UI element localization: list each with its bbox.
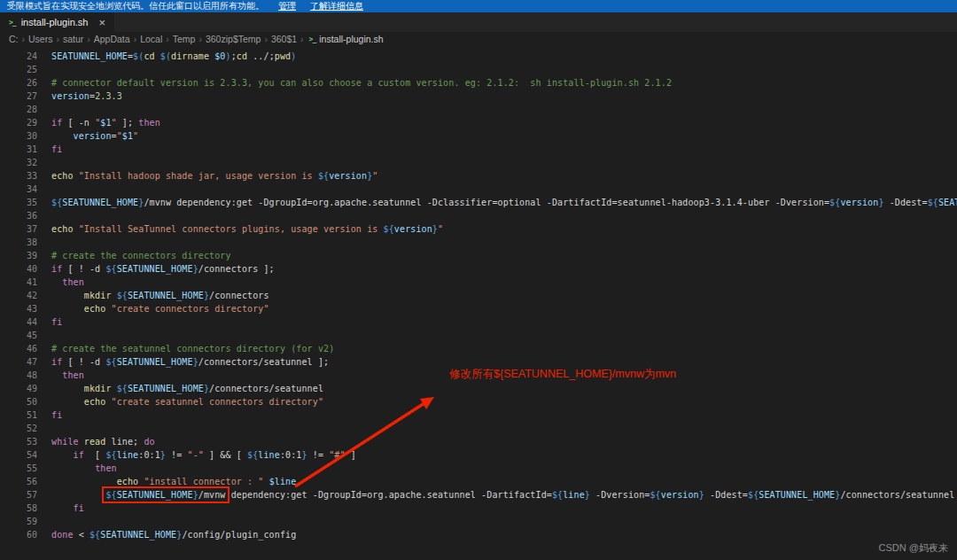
- code-line-content: if [ ${line:0:1} != "-" ] && [ ${line:0:…: [37, 448, 356, 462]
- code-line: 46# create the seatunnel connectors dire…: [0, 342, 957, 355]
- code-token: if: [51, 118, 62, 128]
- line-number: 46: [0, 342, 37, 355]
- line-number: 38: [0, 236, 37, 249]
- code-token: then: [138, 118, 160, 128]
- code-line: 28: [0, 103, 957, 116]
- breadcrumb-item[interactable]: AppData: [94, 34, 130, 44]
- code-token: [51, 277, 62, 287]
- code-line: 31fi: [0, 143, 957, 156]
- code-line: 32: [0, 156, 957, 169]
- code-token: 2.3.3: [95, 91, 122, 101]
- code-token: "create seatunnel connectors directory": [112, 397, 323, 407]
- breadcrumb-separator: ›: [22, 34, 26, 44]
- code-line-content: echo "create seatunnel connectors direct…: [37, 395, 323, 408]
- breadcrumb-item[interactable]: satur: [63, 34, 83, 44]
- code-line-content: ${SEATUNNEL_HOME}/mvnw dependency:get -D…: [37, 488, 954, 502]
- line-number: 26: [0, 76, 37, 89]
- tab-install-plugin[interactable]: >_ install-plugin.sh ×: [0, 12, 114, 32]
- code-line: 50 echo "create seatunnel connectors dir…: [0, 395, 957, 408]
- code-token: SEATUNNEL_HOME: [117, 357, 193, 367]
- line-number: 47: [0, 355, 37, 369]
- code-line-content: SEATUNNEL_HOME=$(cd $(dirname $0);cd ../…: [37, 50, 296, 63]
- code-token: $1: [100, 118, 111, 128]
- code-token: ${: [117, 291, 128, 300]
- code-line-content: echo "create connectors directory": [37, 302, 269, 315]
- code-token: "-": [188, 450, 204, 460]
- breadcrumb-separator: ›: [166, 34, 169, 44]
- code-token: version: [840, 198, 878, 207]
- code-token: read: [84, 437, 106, 447]
- code-line: 34: [0, 183, 957, 196]
- code-token: /mvnw dependency:get -DgroupId=org.apach…: [144, 198, 829, 207]
- code-line-content: if [ -n "$1" ]; then: [37, 116, 160, 129]
- code-token: [ -n: [62, 118, 95, 128]
- code-token: ${: [552, 490, 563, 500]
- code-token: echo: [51, 224, 74, 234]
- code-token: !=: [166, 450, 188, 460]
- breadcrumb-item[interactable]: Local: [140, 34, 162, 44]
- code-token: -Ddest=: [884, 198, 928, 207]
- code-token: ${: [928, 198, 938, 207]
- code-token: then: [62, 370, 84, 380]
- line-number: 40: [0, 262, 37, 276]
- code-line-content: fi: [37, 502, 84, 515]
- code-token: mkdir: [84, 291, 112, 300]
- code-token: if: [51, 357, 62, 367]
- code-line-content: version=2.3.3: [37, 89, 122, 103]
- code-token: /connectors/seatunnel ];: [198, 357, 329, 367]
- code-token: ${: [105, 450, 116, 460]
- code-token: echo: [51, 171, 74, 181]
- code-token: [51, 463, 95, 473]
- code-token: $0: [214, 51, 225, 61]
- code-token: then: [95, 463, 117, 473]
- code-token: [51, 384, 84, 393]
- breadcrumb-item[interactable]: Users: [28, 34, 52, 44]
- code-token: [ ! -d: [62, 357, 105, 367]
- code-token: echo: [84, 397, 106, 407]
- code-token: echo: [84, 304, 106, 314]
- code-token: [51, 397, 84, 407]
- line-number: 57: [0, 488, 37, 502]
- code-line-content: [37, 209, 51, 222]
- code-token: [51, 477, 117, 486]
- manage-link[interactable]: 管理: [278, 0, 296, 12]
- line-number: 42: [0, 289, 37, 302]
- watermark: CSDN @妈夜来: [879, 541, 948, 555]
- code-line: 45: [0, 329, 957, 342]
- code-token: pwd: [275, 51, 291, 61]
- code-token: [51, 450, 74, 460]
- breadcrumb-item[interactable]: 360zip$Temp: [206, 34, 261, 44]
- breadcrumb-item[interactable]: 360$1: [271, 34, 297, 44]
- code-token: ${: [51, 198, 62, 207]
- tab-close-icon[interactable]: ×: [98, 16, 105, 29]
- code-token: <: [74, 530, 89, 540]
- code-token: SEATUNNEL_HOME: [100, 530, 176, 540]
- code-line: 54 if [ ${line:0:1} != "-" ] && [ ${line…: [0, 448, 957, 462]
- code-line-content: [37, 183, 51, 196]
- code-token: ${: [829, 198, 840, 207]
- breadcrumb-item[interactable]: Temp: [173, 34, 196, 44]
- code-token: [51, 490, 105, 500]
- code-token: fi: [51, 410, 62, 420]
- code-line-content: version="$1": [37, 129, 138, 143]
- code-token: :0:1: [138, 450, 160, 460]
- code-editor[interactable]: 24SEATUNNEL_HOME=$(cd $(dirname $0);cd .…: [0, 46, 957, 560]
- code-token: ${: [650, 490, 660, 500]
- code-line: 49 mkdir ${SEATUNNEL_HOME}/connectors/se…: [0, 382, 957, 395]
- breadcrumb-file[interactable]: install-plugin.sh: [319, 34, 383, 44]
- code-line-content: ${SEATUNNEL_HOME}/mvnw dependency:get -D…: [37, 196, 957, 209]
- code-line-content: # connector default version is 2.3.3, yo…: [37, 76, 672, 89]
- line-number: 45: [0, 329, 37, 342]
- learn-more-link[interactable]: 了解详细信息: [310, 0, 363, 12]
- code-line: 41 then: [0, 276, 957, 289]
- code-line-content: echo "Install SeaTunnel connectors plugi…: [37, 222, 443, 236]
- code-line: 39# create the connectors directory: [0, 249, 957, 262]
- breadcrumb-item[interactable]: C:: [9, 34, 19, 44]
- tab-label: install-plugin.sh: [21, 17, 89, 27]
- breadcrumb-separator: ›: [134, 34, 137, 44]
- line-number: 53: [0, 435, 37, 448]
- line-number: 31: [0, 143, 37, 156]
- code-token: ${: [384, 224, 394, 234]
- tab-bar: >_ install-plugin.sh ×: [0, 12, 957, 32]
- shell-file-icon: >_: [9, 19, 16, 27]
